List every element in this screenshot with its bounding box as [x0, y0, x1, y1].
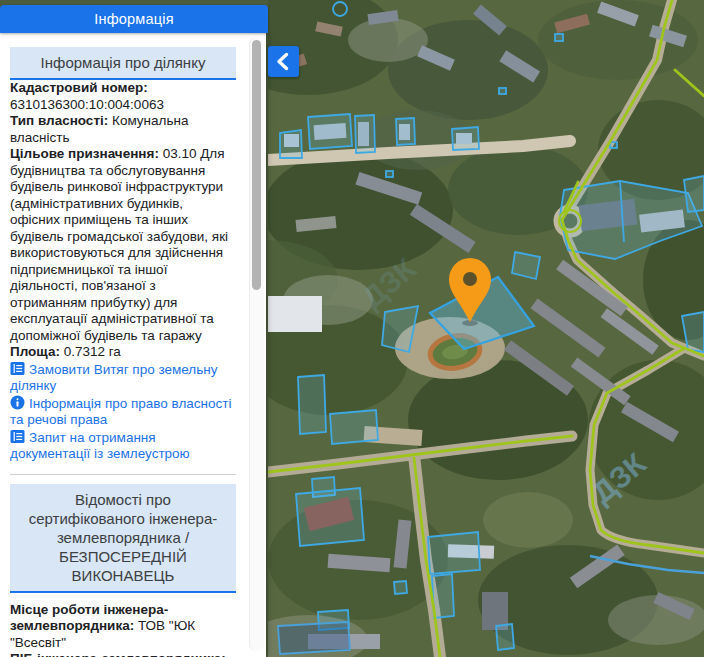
area-label: Площа: — [10, 344, 60, 359]
divider — [10, 474, 236, 475]
panel-scrollbar[interactable] — [249, 37, 264, 651]
purpose-label: Цільове призначення: — [10, 146, 159, 161]
cadastral-map[interactable]: ДЗК ДЗК — [268, 0, 704, 657]
engineer-name-label: ПІБ інженера-землевпорядника: — [10, 651, 226, 657]
section-title-executor: Відомості про сертифікованого інженера-з… — [10, 484, 236, 593]
panel-title: Інформація — [94, 11, 174, 27]
chevron-left-icon — [268, 46, 299, 77]
ownership-rights-link[interactable]: Інформація про право власності та речові… — [10, 395, 236, 429]
panel-title-bar: Інформація — [0, 5, 268, 33]
info-icon — [10, 395, 25, 410]
ownership-type-label: Тип власності: — [10, 113, 108, 128]
info-panel: Інформація про ділянку Кадастровий номер… — [0, 33, 266, 657]
cadastral-number-value: 6310136300:10:004:0063 — [10, 97, 164, 112]
section-title-parcel-info: Інформація про ділянку — [10, 47, 236, 80]
scrollbar-thumb[interactable] — [252, 40, 261, 290]
area-value: 0.7312 га — [64, 344, 121, 359]
order-extract-link[interactable]: Замовити Витяг про земельну ділянку — [10, 361, 236, 395]
collapse-panel-button[interactable] — [268, 46, 299, 77]
document-icon — [10, 429, 25, 444]
document-icon — [10, 361, 25, 376]
purpose-value: 03.10 Для будівництва та обслуговування … — [10, 146, 228, 343]
documentation-request-link[interactable]: Запит на отримання документації із земле… — [10, 429, 236, 463]
cadastral-number-label: Кадастровий номер: — [10, 80, 148, 95]
